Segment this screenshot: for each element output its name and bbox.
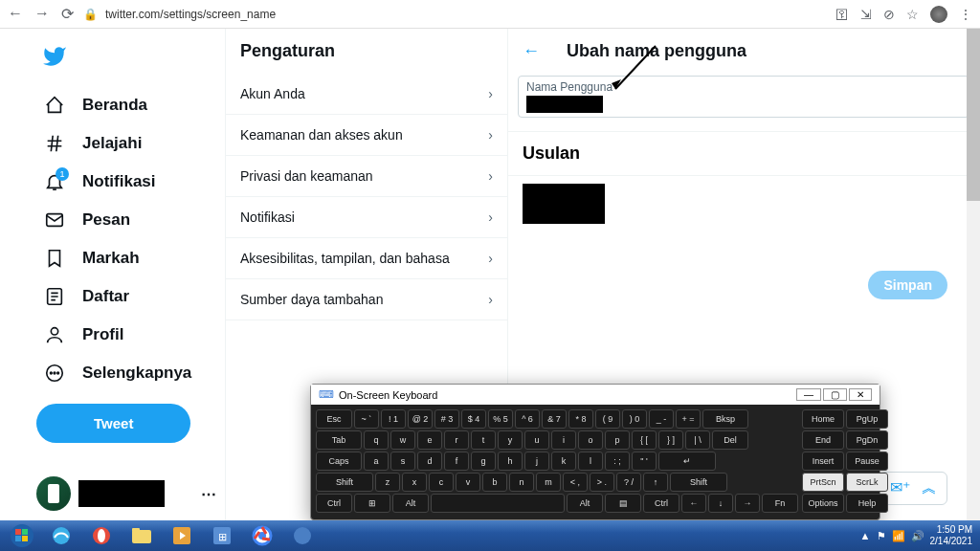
osk-key[interactable]: _ -: [649, 409, 674, 429]
osk-key[interactable]: h: [498, 452, 523, 471]
osk-key[interactable]: u: [524, 430, 549, 450]
tray-up-icon[interactable]: ▲: [860, 530, 871, 541]
settings-item-privacy[interactable]: Privasi dan keamanan›: [226, 156, 507, 197]
tray-network-icon[interactable]: 📶: [892, 530, 905, 542]
osk-key[interactable]: i: [551, 430, 576, 450]
taskbar-app2[interactable]: [283, 523, 322, 548]
star-icon[interactable]: ☆: [906, 7, 919, 22]
osk-key[interactable]: PrtScn: [802, 473, 844, 492]
osk-key[interactable]: Home: [802, 409, 844, 429]
osk-key[interactable]: Caps: [316, 452, 362, 471]
taskbar-media[interactable]: [163, 523, 201, 548]
install-icon[interactable]: ⇲: [860, 7, 872, 22]
osk-key[interactable]: Esc: [316, 409, 352, 429]
scrollbar[interactable]: [967, 29, 980, 520]
osk-key[interactable]: Del: [712, 430, 748, 450]
osk-key[interactable]: Alt: [392, 494, 429, 513]
minimize-button[interactable]: —: [796, 388, 821, 401]
sidebar-item-notifications[interactable]: 1 Notifikasi: [36, 163, 217, 201]
taskbar-explorer[interactable]: [122, 523, 161, 548]
settings-item-notifications[interactable]: Notifikasi›: [226, 197, 507, 238]
taskbar-chrome[interactable]: [243, 523, 281, 548]
osk-key[interactable]: y: [498, 430, 523, 450]
osk-key[interactable]: & 7: [542, 409, 567, 429]
suggestion-item-redacted[interactable]: [523, 184, 605, 224]
osk-key[interactable]: ScrLk: [846, 473, 888, 492]
osk-key[interactable]: Alt: [567, 494, 603, 513]
osk-key[interactable]: ) 0: [622, 409, 647, 429]
settings-item-account[interactable]: Akun Anda›: [226, 74, 507, 115]
osk-key[interactable]: End: [802, 430, 844, 450]
compose-icon[interactable]: ✉⁺: [890, 478, 910, 498]
sidebar-item-profile[interactable]: Profil: [36, 316, 217, 354]
sidebar-item-more[interactable]: Selengkapnya: [36, 354, 217, 392]
settings-item-security[interactable]: Keamanan dan akses akun›: [226, 115, 507, 156]
forward-button[interactable]: →: [34, 5, 50, 23]
osk-key[interactable]: t: [471, 430, 496, 450]
sidebar-item-explore[interactable]: Jelajahi: [36, 124, 217, 163]
tweet-button[interactable]: Tweet: [36, 404, 190, 443]
osk-key[interactable]: " ': [632, 452, 657, 471]
osk-key[interactable]: ~ `: [354, 409, 379, 429]
osk-key[interactable]: k: [551, 452, 576, 471]
osk-key[interactable]: $ 4: [461, 409, 486, 429]
osk-key[interactable]: j: [524, 452, 549, 471]
taskbar-opera[interactable]: [82, 523, 121, 548]
osk-key[interactable]: d: [417, 452, 442, 471]
osk-key[interactable]: Shift: [670, 473, 727, 492]
profile-menu-icon[interactable]: ⋯: [201, 485, 216, 503]
sidebar-item-messages[interactable]: Pesan: [36, 201, 217, 239]
maximize-button[interactable]: ▢: [823, 388, 847, 401]
settings-item-resources[interactable]: Sumber daya tambahan›: [226, 279, 507, 320]
tray-volume-icon[interactable]: 🔊: [911, 530, 924, 542]
osk-key[interactable]: Insert: [802, 452, 844, 471]
osk-key[interactable]: } ]: [658, 430, 683, 450]
settings-item-accessibility[interactable]: Aksesibilitas, tampilan, dan bahasa›: [226, 238, 507, 279]
sidebar-item-bookmarks[interactable]: Markah: [36, 239, 217, 277]
key-icon[interactable]: ⚿: [835, 7, 849, 22]
osk-key[interactable]: { [: [632, 430, 657, 450]
osk-key[interactable]: p: [605, 430, 630, 450]
osk-key[interactable]: Help: [846, 494, 888, 513]
osk-key[interactable]: * 8: [568, 409, 593, 429]
osk-key[interactable]: a: [364, 452, 389, 471]
osk-key[interactable]: g: [471, 452, 496, 471]
osk-key[interactable]: o: [578, 430, 603, 450]
taskbar-clock[interactable]: 1:50 PM 2/14/2021: [930, 524, 973, 547]
osk-key[interactable]: Bksp: [702, 409, 748, 429]
osk-key[interactable]: ↑: [643, 473, 668, 492]
osk-key[interactable]: ←: [681, 494, 706, 513]
osk-key[interactable]: @ 2: [408, 409, 433, 429]
username-field[interactable]: Nama Pengguna: [518, 76, 969, 118]
osk-key[interactable]: w: [390, 430, 415, 450]
osk-key[interactable]: Fn: [762, 494, 798, 513]
osk-key[interactable]: | \: [685, 430, 710, 450]
osk-key[interactable]: s: [390, 452, 415, 471]
back-button[interactable]: ←: [8, 5, 23, 23]
menu-icon[interactable]: ⋮: [959, 7, 972, 22]
osk-key[interactable]: f: [444, 452, 469, 471]
osk-key[interactable]: r: [444, 430, 469, 450]
osk-key[interactable]: ↵: [658, 452, 716, 471]
close-button[interactable]: ✕: [849, 388, 872, 401]
osk-key[interactable]: m: [536, 473, 561, 492]
taskbar-app[interactable]: ⊞: [203, 523, 241, 548]
osk-key[interactable]: ↓: [708, 494, 733, 513]
osk-key[interactable]: % 5: [488, 409, 513, 429]
osk-key[interactable]: v: [456, 473, 480, 492]
osk-key[interactable]: > .: [590, 473, 614, 492]
taskbar-ie[interactable]: [42, 523, 80, 548]
osk-key[interactable]: z: [375, 473, 400, 492]
osk-key[interactable]: n: [509, 473, 534, 492]
twitter-logo-icon[interactable]: [36, 38, 217, 78]
eye-off-icon[interactable]: ⊘: [883, 7, 895, 22]
osk-key[interactable]: ? /: [616, 473, 641, 492]
osk-key[interactable]: ▤: [605, 494, 641, 513]
expand-up-icon[interactable]: ︽: [922, 478, 937, 498]
osk-key[interactable]: Options: [802, 494, 844, 513]
osk-key[interactable]: Ctrl: [316, 494, 352, 513]
osk-key[interactable]: x: [402, 473, 427, 492]
sidebar-profile[interactable]: ⋯: [36, 476, 216, 511]
osk-key[interactable]: ( 9: [595, 409, 620, 429]
tray-flag-icon[interactable]: ⚑: [877, 530, 886, 542]
